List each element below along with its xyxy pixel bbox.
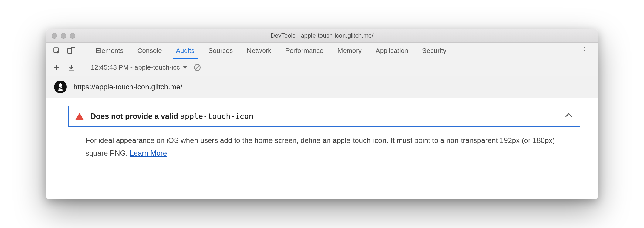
tab-audits[interactable]: Audits	[175, 43, 195, 59]
audit-title-prefix: Does not provide a valid	[90, 112, 180, 120]
chevron-down-icon	[183, 66, 187, 69]
audit-url: https://apple-touch-icon.glitch.me/	[73, 83, 182, 91]
tab-security[interactable]: Security	[421, 43, 447, 59]
titlebar: DevTools - apple-touch-icon.glitch.me/	[46, 29, 598, 43]
audits-toolbar: 12:45:43 PM - apple-touch-icc	[46, 59, 598, 76]
devtools-tabs: Elements Console Audits Sources Network …	[46, 43, 598, 59]
window-title: DevTools - apple-touch-icon.glitch.me/	[46, 32, 598, 39]
svg-rect-2	[71, 47, 75, 54]
close-window-button[interactable]	[52, 33, 57, 39]
inspect-element-icon[interactable]	[52, 46, 61, 55]
tab-network[interactable]: Network	[246, 43, 273, 59]
audit-description: For ideal appearance on iOS when users a…	[68, 127, 560, 160]
tab-sources[interactable]: Sources	[207, 43, 234, 59]
toolbar-separator	[83, 63, 83, 72]
tab-application[interactable]: Application	[374, 43, 409, 59]
tab-elements[interactable]: Elements	[94, 43, 125, 59]
tab-console[interactable]: Console	[136, 43, 163, 59]
devtools-window: DevTools - apple-touch-icon.glitch.me/ E…	[46, 29, 598, 199]
audit-content: Does not provide a valid apple-touch-ico…	[46, 98, 598, 199]
window-controls	[46, 33, 75, 39]
clear-all-button[interactable]	[193, 63, 202, 72]
overflow-menu[interactable]: ⋮	[580, 43, 595, 59]
tab-memory[interactable]: Memory	[336, 43, 363, 59]
tab-performance[interactable]: Performance	[284, 43, 325, 59]
new-audit-button[interactable]	[52, 63, 61, 72]
device-toolbar-icon[interactable]	[67, 46, 76, 55]
zoom-window-button[interactable]	[70, 33, 75, 39]
audit-title: Does not provide a valid apple-touch-ico…	[90, 112, 560, 121]
audit-item[interactable]: Does not provide a valid apple-touch-ico…	[68, 106, 580, 127]
audit-description-period: .	[167, 149, 169, 157]
download-report-button[interactable]	[67, 63, 76, 72]
report-selector[interactable]: 12:45:43 PM - apple-touch-icc	[91, 64, 187, 71]
tab-list: Elements Console Audits Sources Network …	[83, 43, 580, 59]
learn-more-link[interactable]: Learn More	[130, 149, 167, 157]
audit-title-code: apple-touch-icon	[180, 112, 253, 121]
lighthouse-icon	[54, 81, 67, 93]
inspect-controls	[46, 43, 83, 59]
fail-triangle-icon	[75, 113, 84, 120]
chevron-up-icon	[565, 113, 572, 120]
svg-line-8	[195, 66, 199, 70]
minimize-window-button[interactable]	[61, 33, 66, 39]
audit-url-row: https://apple-touch-icon.glitch.me/	[46, 76, 598, 98]
report-selector-label: 12:45:43 PM - apple-touch-icc	[91, 64, 180, 71]
